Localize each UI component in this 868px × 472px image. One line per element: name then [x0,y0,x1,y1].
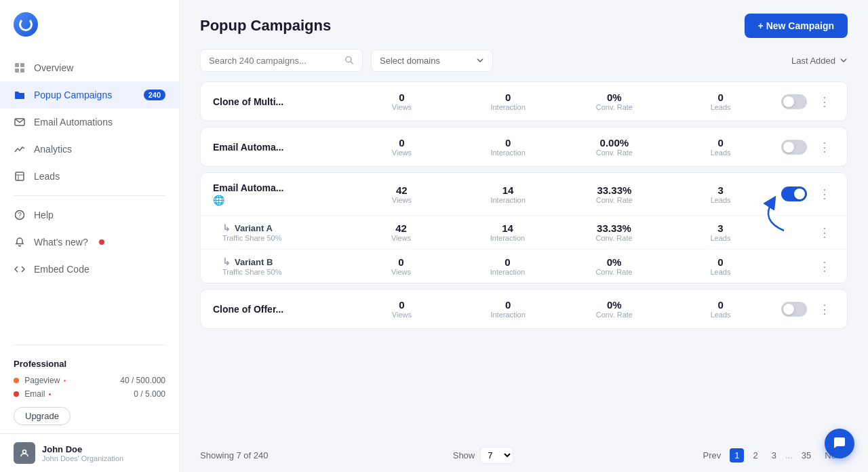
variant-name-col: ↳ Variant B Traffic Share 50% [222,256,348,276]
stat-conv-rate: 0% Conv. Rate [561,256,667,276]
page-button-35[interactable]: 35 [797,448,816,463]
user-name: John Doe [42,444,165,454]
sidebar-item-popup-campaigns[interactable]: Popup Campaigns 240 [0,81,179,109]
sidebar-item-help[interactable]: ? Help [0,201,179,229]
sort-label: Last Added [791,56,835,66]
variant-traffic: Traffic Share 50% [222,268,348,276]
campaign-toggle[interactable] [781,94,807,109]
stat-interaction: 0 Interaction [454,256,561,276]
stat-conv-rate: 0% Conv. Rate [561,299,668,319]
plan-section: Professional Pageview • 40 / 500.000 Ema… [0,351,179,433]
stat-views: 0 Views [349,299,455,319]
sidebar-item-email-automations[interactable]: Email Automations [0,109,179,136]
pageview-type: Pageview [24,376,60,385]
chat-widget[interactable] [825,429,854,458]
sidebar-item-leads[interactable]: Leads [0,163,179,190]
domain-select[interactable]: Select domains [371,50,493,72]
campaign-row: Clone of Offer... 0 Views 0 Interaction … [201,290,847,328]
campaign-sub: 🌐 [213,195,349,205]
stat-interaction: 0 Interaction [455,299,561,319]
grid-icon [14,62,26,74]
main-content: Popup Campaigns + New Campaign Select do… [180,0,868,472]
stat-views: 42 Views [349,184,455,204]
stat-leads: 0 Leads [667,137,774,157]
campaign-toggle[interactable] [781,186,807,201]
per-page-select[interactable]: 7 10 25 50 [480,447,513,464]
campaign-name: Email Automa... [213,142,349,153]
user-info: John Doe John Does' Organization [42,444,165,463]
campaign-card: Email Automa... 0 Views 0 Interaction 0.… [200,127,848,167]
email-usage: Email • 0 / 5.000 [14,389,165,399]
svg-rect-1 [20,63,24,67]
user-org: John Does' Organization [42,454,165,463]
campaign-toggle[interactable] [781,140,807,155]
campaign-card: Email Automa... 🌐 42 Views 14 Interactio… [200,172,848,283]
variant-arrow-icon: ↳ [222,222,231,233]
svg-rect-3 [20,68,24,73]
user-row: John Doe John Does' Organization [0,433,179,472]
page-button-1[interactable]: 1 [730,448,744,463]
toggle-thumb [783,304,794,315]
stat-views: 0 Views [348,256,454,276]
app-logo[interactable] [14,12,38,37]
page-button-3[interactable]: 3 [767,448,781,463]
svg-rect-5 [16,172,24,180]
variant-name: ↳ Variant B [222,256,348,267]
search-input[interactable] [209,56,339,66]
more-button[interactable]: ⋮ [816,258,833,275]
chat-icon [832,436,847,451]
page-title: Popup Campaigns [200,17,331,35]
more-col: ⋮ [814,93,835,111]
sidebar-item-overview[interactable]: Overview [0,54,179,81]
showing-text: Showing 7 of 240 [200,450,268,460]
email-usage-value: 0 / 5.000 [134,389,165,399]
variant-name: ↳ Variant A [222,222,348,233]
campaigns-badge: 240 [144,90,165,100]
search-box[interactable] [200,49,363,72]
toggle-thumb [783,96,794,107]
campaign-card: Clone of Multi... 0 Views 0 Interaction … [200,81,848,121]
upgrade-button[interactable]: Upgrade [14,407,71,425]
campaign-card: Clone of Offer... 0 Views 0 Interaction … [200,289,848,329]
new-campaign-button[interactable]: + New Campaign [745,14,848,38]
toggle-thumb [783,142,794,153]
more-button[interactable]: ⋮ [816,138,833,156]
globe-icon: 🌐 [213,195,224,205]
sidebar-item-analytics[interactable]: Analytics [0,136,179,163]
folder-icon [14,89,26,101]
chevron-down-icon [476,56,484,64]
stat-leads: 0 Leads [667,92,774,111]
email-dot [14,391,19,397]
prev-button[interactable]: Prev [698,448,726,463]
sidebar: Overview Popup Campaigns 240 Email Autom… [0,0,180,472]
sort-button[interactable]: Last Added [791,56,848,66]
more-col: ⋮ [814,224,835,241]
more-button[interactable]: ⋮ [816,300,833,318]
stat-leads: 3 Leads [667,184,774,204]
leads-icon [14,170,26,182]
plan-label: Professional [14,359,165,369]
sidebar-item-label: Email Automations [34,117,113,127]
stat-interaction: 0 Interaction [455,137,561,157]
more-button[interactable]: ⋮ [816,224,833,241]
more-button[interactable]: ⋮ [816,93,833,111]
analytics-icon [14,143,26,155]
stat-leads: 0 Leads [667,256,774,276]
toggle-thumb [794,189,805,199]
stat-interaction: 14 Interaction [455,184,561,204]
more-button[interactable]: ⋮ [816,185,833,203]
campaign-name-col: Email Automa... [213,142,349,153]
campaign-name-col: Clone of Multi... [213,96,349,107]
variant-arrow-icon: ↳ [222,256,231,267]
toggle-col [774,140,814,155]
campaign-toggle[interactable] [781,302,807,317]
bell-icon [14,236,26,248]
stat-interaction: 0 Interaction [455,92,561,111]
pageview-usage: Pageview • 40 / 500.000 [14,376,165,385]
sidebar-item-whats-new[interactable]: What's new? [0,229,179,256]
page-button-2[interactable]: 2 [748,448,762,463]
svg-rect-2 [15,68,19,73]
stat-views: 42 Views [348,222,454,242]
sidebar-item-embed-code[interactable]: Embed Code [0,256,179,283]
stat-interaction: 14 Interaction [454,222,561,242]
